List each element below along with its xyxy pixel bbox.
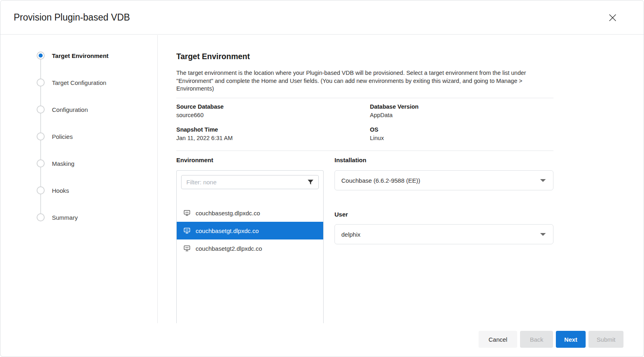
step-label: Policies bbox=[52, 133, 73, 140]
step-indicator-icon bbox=[37, 186, 45, 194]
environment-option-selected[interactable]: couchbasetgt.dlpxdc.co bbox=[177, 222, 323, 239]
environment-options: couchbasestg.dlpxdc.co couchbasetgt.dlpx… bbox=[177, 204, 323, 257]
installation-label: Installation bbox=[334, 157, 366, 163]
step-label: Summary bbox=[52, 214, 78, 221]
page-description: The target environment is the location w… bbox=[176, 69, 543, 93]
step-indicator-icon bbox=[37, 132, 45, 140]
host-monitor-icon bbox=[184, 210, 190, 216]
step-hooks[interactable]: Hooks bbox=[37, 186, 69, 195]
step-label: Target Configuration bbox=[52, 79, 106, 86]
wizard-stepper: Target Environment Target Configuration … bbox=[0, 35, 158, 323]
environment-option-label: couchbasetgt2.dlpxdc.co bbox=[196, 245, 262, 252]
os-value: Linux bbox=[370, 135, 384, 141]
user-label: User bbox=[334, 211, 348, 218]
os-label: OS bbox=[370, 126, 378, 133]
user-selected-value: delphix bbox=[335, 231, 361, 238]
step-summary[interactable]: Summary bbox=[37, 213, 78, 222]
provision-vdb-dialog: Provision Plugin-based VDB Target Enviro… bbox=[0, 0, 644, 357]
environment-option[interactable]: couchbasestg.dlpxdc.co bbox=[177, 204, 323, 222]
chevron-down-icon bbox=[540, 179, 546, 182]
submit-button[interactable]: Submit bbox=[588, 331, 623, 348]
step-target-configuration[interactable]: Target Configuration bbox=[37, 78, 106, 87]
environment-list: couchbasestg.dlpxdc.co couchbasetgt.dlpx… bbox=[176, 170, 324, 323]
step-indicator-icon bbox=[37, 52, 45, 60]
chevron-down-icon bbox=[540, 233, 546, 236]
filter-input[interactable] bbox=[182, 179, 308, 186]
snapshot-time-label: Snapshot Time bbox=[176, 126, 218, 133]
cancel-button[interactable]: Cancel bbox=[479, 331, 518, 348]
step-label: Configuration bbox=[52, 106, 88, 113]
divider bbox=[176, 151, 553, 151]
environment-option-label: couchbasetgt.dlpxdc.co bbox=[196, 227, 259, 234]
dialog-header: Provision Plugin-based VDB bbox=[0, 0, 644, 35]
environment-option[interactable]: couchbasetgt2.dlpxdc.co bbox=[177, 239, 323, 257]
environment-filter bbox=[181, 175, 319, 189]
step-policies[interactable]: Policies bbox=[37, 132, 73, 141]
dialog-footer: Cancel Back Next Submit bbox=[479, 331, 623, 348]
divider bbox=[176, 98, 553, 98]
environment-label: Environment bbox=[176, 157, 213, 163]
close-icon bbox=[607, 18, 618, 24]
dialog-title: Provision Plugin-based VDB bbox=[14, 0, 130, 35]
host-monitor-icon bbox=[184, 227, 190, 234]
installation-select[interactable]: Couchbase (6.6.2-9588 (EE)) bbox=[334, 170, 553, 190]
host-monitor-icon bbox=[184, 245, 190, 252]
step-label: Masking bbox=[52, 160, 74, 167]
next-button[interactable]: Next bbox=[556, 331, 586, 348]
page-title: Target Environment bbox=[176, 52, 250, 61]
database-version-value: AppData bbox=[370, 112, 392, 118]
installation-selected-value: Couchbase (6.6.2-9588 (EE)) bbox=[335, 177, 420, 184]
database-version-label: Database Version bbox=[370, 103, 419, 110]
step-masking[interactable]: Masking bbox=[37, 159, 74, 168]
step-indicator-icon bbox=[37, 105, 45, 113]
snapshot-time-value: Jan 11, 2022 6:31 AM bbox=[176, 135, 233, 141]
step-target-environment[interactable]: Target Environment bbox=[37, 51, 109, 60]
step-indicator-icon bbox=[37, 159, 45, 167]
environment-option-label: couchbasestg.dlpxdc.co bbox=[196, 210, 260, 217]
step-configuration[interactable]: Configuration bbox=[37, 105, 88, 114]
filter-icon[interactable] bbox=[308, 180, 314, 185]
source-database-value: source660 bbox=[176, 112, 204, 118]
close-button[interactable] bbox=[607, 12, 618, 23]
step-indicator-icon bbox=[37, 78, 45, 87]
back-button[interactable]: Back bbox=[520, 331, 553, 348]
step-indicator-icon bbox=[37, 213, 45, 221]
user-select[interactable]: delphix bbox=[334, 224, 553, 244]
step-label: Target Environment bbox=[52, 52, 109, 59]
step-label: Hooks bbox=[52, 187, 69, 194]
source-database-label: Source Database bbox=[176, 103, 224, 110]
